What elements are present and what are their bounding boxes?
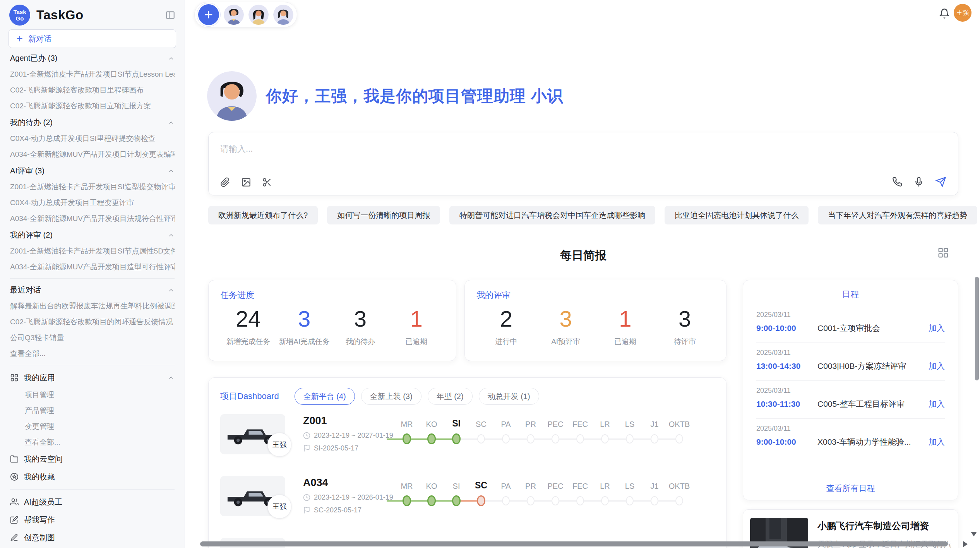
section-label: 我的待办 (2) xyxy=(10,117,53,128)
milestone-track: MRKOSISCPAPRPECFECLRLSJ1OKTB xyxy=(394,414,692,447)
dashboard-tab[interactable]: 全新平台 (4) xyxy=(295,388,355,405)
suggestion-chip[interactable]: 如何写一份清晰的项目周报 xyxy=(327,206,440,224)
project-row-z001[interactable]: 王强 Z001 2023-12-19 ~ 2027-01-19 SI-2025-… xyxy=(220,414,714,461)
section-header-ai-review[interactable]: AI评审 (3) xyxy=(10,163,175,179)
write-icon xyxy=(10,515,19,524)
stat-item: 1 已逾期 xyxy=(388,307,444,347)
dashboard-tab[interactable]: 动总开发 (1) xyxy=(479,388,539,405)
user-avatar[interactable]: 王强 xyxy=(954,4,971,22)
mic-icon[interactable] xyxy=(914,177,924,187)
app-title: TaskGo xyxy=(36,8,84,22)
todo-item[interactable]: A034-全新新能源MUV产品开发项目计划变更表编写 xyxy=(10,146,175,162)
app-link[interactable]: 项目管理 xyxy=(10,387,175,402)
milestone-ls: LS xyxy=(617,414,642,447)
suggestion-chip[interactable]: 欧洲新规最近颁布了什么? xyxy=(208,206,318,224)
join-meeting-link[interactable]: 加入 xyxy=(929,399,945,409)
briefing-layout-icon[interactable] xyxy=(937,247,949,259)
section-label: 我的评审 (2) xyxy=(10,230,53,240)
creative-drawing-row[interactable]: 创意制图 xyxy=(10,529,175,546)
recent-chat-item[interactable]: C02-飞腾新能源轻客改款项目的闭环通告反馈情况 xyxy=(10,314,175,330)
ai-review-item[interactable]: A034-全新新能源MUV产品开发项目法规符合性评审 xyxy=(10,211,175,226)
user-name-badge: 王强 xyxy=(956,9,969,17)
card-title: 我的评审 xyxy=(476,289,714,301)
help-me-write-label: 帮我写作 xyxy=(24,515,55,525)
join-meeting-link[interactable]: 加入 xyxy=(929,437,945,447)
stat-item: 3 新增AI完成任务 xyxy=(276,307,332,347)
attachment-icon[interactable] xyxy=(220,177,230,187)
schedule-date: 2025/03/11 xyxy=(756,425,945,433)
my-cloud-row[interactable]: 我的云空间 xyxy=(10,450,175,468)
divider xyxy=(10,365,175,365)
vertical-scrollbar[interactable] xyxy=(975,277,979,380)
assistant-avatar-3[interactable] xyxy=(273,5,293,25)
sidebar-section-my-todo: 我的待办 (2) C0X4-动力总成开发项目SI里程碑提交物检查A034-全新新… xyxy=(10,115,175,162)
sidebar-section-ai-review: AI评审 (3) Z001-全新燃油轻卡产品开发项目SI造型提交物评审C0X4-… xyxy=(10,163,175,226)
clock-icon xyxy=(303,432,310,439)
milestone-oktb: OKTB xyxy=(667,414,692,447)
project-name: A034 xyxy=(303,477,394,489)
my-favorites-row[interactable]: 我的收藏 xyxy=(10,468,175,486)
apps-view-all[interactable]: 查看全部... xyxy=(10,434,175,450)
schedule-item: 2025/03/11 9:00-10:00 C001-立项审批会 加入 xyxy=(756,305,945,343)
schedule-list: 2025/03/11 9:00-10:00 C001-立项审批会 加入 2025… xyxy=(756,305,945,456)
section-header-my-todo[interactable]: 我的待办 (2) xyxy=(10,115,175,130)
milestone-ko: KO xyxy=(419,476,444,509)
ai-review-item[interactable]: C0X4-动力总成开发项目工程变更评审 xyxy=(10,195,175,211)
schedule-time: 10:30-11:30 xyxy=(756,399,817,409)
todo-item[interactable]: C0X4-动力总成开发项目SI里程碑提交物检查 xyxy=(10,130,175,146)
assistant-avatar-2[interactable] xyxy=(248,5,269,25)
collapse-sidebar-icon[interactable] xyxy=(165,10,175,20)
chat-attachment-tools xyxy=(220,177,272,187)
chat-input[interactable]: 请输入... xyxy=(208,132,958,195)
section-header-my-review[interactable]: 我的评审 (2) xyxy=(10,227,175,243)
project-row-a034[interactable]: 王强 A034 2023-12-19 ~ 2026-01-19 SC-2025-… xyxy=(220,476,714,522)
join-meeting-link[interactable]: 加入 xyxy=(929,361,945,372)
notifications-bell-icon[interactable] xyxy=(939,8,950,19)
ai-review-item[interactable]: Z001-全新燃油轻卡产品开发项目SI造型提交物评审 xyxy=(10,179,175,195)
scroll-down-arrow-icon[interactable] xyxy=(971,532,977,536)
news-title: 小鹏飞行汽车制造公司增资 xyxy=(817,520,951,532)
phone-icon[interactable] xyxy=(892,177,902,187)
conversation-item[interactable]: C02-飞腾新能源轻客改款项目里程碑画布 xyxy=(10,82,175,98)
assistant-avatar-1[interactable] xyxy=(224,5,244,25)
pen-icon xyxy=(10,533,19,542)
milestone-oktb: OKTB xyxy=(667,476,692,509)
horizontal-scrollbar[interactable] xyxy=(200,541,948,546)
app-link[interactable]: 产品管理 xyxy=(10,402,175,418)
scroll-right-arrow-icon[interactable] xyxy=(963,541,968,547)
add-assistant-button[interactable] xyxy=(198,4,219,25)
conversation-item[interactable]: Z001-全新燃油皮卡产品开发项目SI节点Lesson Learn报告 xyxy=(10,66,175,82)
folder-icon xyxy=(10,455,19,463)
milestone-j1: J1 xyxy=(642,414,667,447)
conversation-item[interactable]: C02-飞腾新能源轻客改款项目立项汇报方案 xyxy=(10,98,175,114)
section-label: 最近对话 xyxy=(10,285,41,295)
milestone-lr: LR xyxy=(593,414,617,447)
divider xyxy=(10,489,175,490)
my-review-item[interactable]: A034-全新新能源MUV产品开发项目造型可行性评审 xyxy=(10,259,175,275)
suggestion-chips: 欧洲新规最近颁布了什么?如何写一份清晰的项目周报特朗普可能对进口汽车增税会对中国… xyxy=(208,206,977,224)
section-header-recent[interactable]: 最近对话 xyxy=(10,282,175,298)
my-apps-row[interactable]: 我的应用 xyxy=(10,369,175,387)
app-link[interactable]: 变更管理 xyxy=(10,418,175,434)
section-header-agent-done[interactable]: Agent已办 (3) xyxy=(10,50,175,66)
recent-chat-item[interactable]: 公司Q3轻卡销量 xyxy=(10,330,175,346)
suggestion-chip[interactable]: 特朗普可能对进口汽车增税会对中国车企造成哪些影响 xyxy=(449,206,655,224)
view-all-schedule-link[interactable]: 查看所有日程 xyxy=(743,483,958,494)
app-logo: Task Go xyxy=(9,5,30,26)
suggestion-chip[interactable]: 比亚迪全固态电池计划具体说了什么 xyxy=(665,206,809,224)
dashboard-tab[interactable]: 年型 (2) xyxy=(428,388,473,405)
project-info: A034 2023-12-19 ~ 2026-01-19 SC-2025-05-… xyxy=(303,476,394,514)
image-icon[interactable] xyxy=(241,177,251,187)
recent-view-all[interactable]: 查看全部... xyxy=(10,346,175,361)
send-icon[interactable] xyxy=(935,176,946,187)
scissors-icon[interactable] xyxy=(262,177,272,187)
join-meeting-link[interactable]: 加入 xyxy=(929,323,945,334)
help-me-write-row[interactable]: 帮我写作 xyxy=(10,511,175,529)
milestone-sc: SC xyxy=(469,414,493,447)
my-review-item[interactable]: Z001-全新燃油轻卡产品开发项目SI节点属性5D文件评审 xyxy=(10,243,175,259)
ai-super-staff-row[interactable]: AI超级员工 xyxy=(10,493,175,511)
dashboard-tab[interactable]: 全新上装 (3) xyxy=(361,388,421,405)
new-chat-button[interactable]: 新对话 xyxy=(9,29,176,48)
suggestion-chip[interactable]: 当下年轻人对汽车外观有怎样的喜好趋势 xyxy=(818,206,977,224)
recent-chat-item[interactable]: 解释最新出台的欧盟报废车法规再生塑料比例被调至15%... xyxy=(10,298,175,314)
